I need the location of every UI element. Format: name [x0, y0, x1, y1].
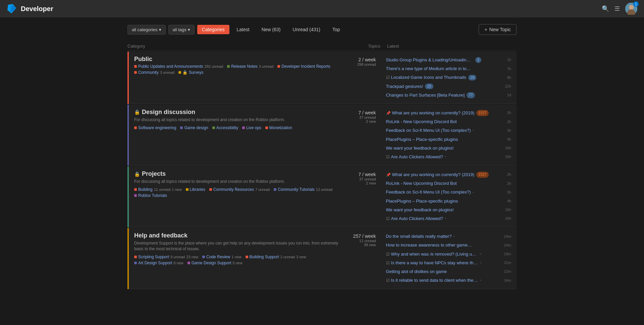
subcategory-link[interactable]: Release Notes — [231, 64, 258, 69]
new-topic-label: New Topic — [489, 27, 511, 32]
topic-link[interactable]: Is there a way to have NPCs stay where t… — [391, 259, 511, 267]
topic-link[interactable]: Changes to Part Surfaces [Beta Feature] … — [386, 92, 511, 99]
topic-title: Localized Game Icons and Thumbnails — [391, 74, 467, 80]
new-topic-button[interactable]: + New Topic — [479, 24, 517, 35]
topic-link[interactable]: Feedback on Sci-fi Menu UI (Too complex?… — [386, 127, 511, 134]
subcategory-link[interactable]: Community Resources — [213, 187, 254, 192]
category-section-projects: 🔒 Projects For discussing all topics rel… — [127, 166, 517, 227]
filter-categories-button[interactable]: all categories ▾ — [127, 25, 166, 35]
topic-link[interactable]: How to increase awareness to other game … — [386, 241, 511, 249]
topic-time: 24m — [504, 234, 511, 239]
topic-link[interactable]: Why and when was /e removed? (Living und… — [391, 251, 511, 258]
topic-link[interactable]: Localized Game Icons and Thumbnails 28 8… — [391, 74, 511, 81]
unread-count: 7 unread — [255, 187, 270, 192]
topic-time: 2h — [507, 119, 511, 124]
category-stats: 2 / week 298 unread — [341, 56, 379, 66]
subcategory-link[interactable]: Game Design Support — [192, 261, 231, 265]
topic-link[interactable]: RoLink - New Upcoming Discord Bot 2h — [386, 180, 511, 187]
tab-top[interactable]: Top — [328, 25, 345, 34]
topic-link[interactable]: We want your feedback on plugins! 16h — [386, 206, 511, 214]
topic-title: Feedback on Sci-fi Menu UI (Too complex?… — [386, 127, 471, 133]
filter-categories-label: all categories — [132, 27, 158, 32]
subcategory-link[interactable]: Scripting Support — [138, 255, 169, 259]
topic-title: Studio Group Plugins & Loading/Unloading… — [386, 57, 473, 63]
svg-point-3 — [629, 5, 634, 10]
topic-link[interactable]: PlacePlugins – Place-specific plugins 4h — [386, 198, 511, 205]
topic-link[interactable]: There's a new type of Medium article in … — [386, 65, 511, 72]
subcategory-link[interactable]: Software engineering — [138, 125, 176, 130]
tab-latest[interactable]: Latest — [232, 25, 254, 34]
subcategory-link[interactable]: Art Design Support — [138, 261, 172, 265]
subcategory-link[interactable]: Code Review — [206, 255, 230, 259]
topic-link[interactable]: Trackpad gestures! 25 22h — [386, 83, 511, 90]
avatar-button[interactable]: 1 — [625, 3, 637, 15]
topic-row: 📌 What are you working on currently? (20… — [386, 170, 511, 179]
topic-link[interactable]: Are Auto Clickers Allowed? • 16h — [391, 153, 511, 161]
unread-count: 11 unread — [154, 187, 171, 192]
topic-time: 18m — [504, 252, 511, 257]
category-link[interactable]: Projects — [142, 170, 166, 177]
col-header-topics: Topics — [341, 44, 380, 49]
topic-time: 4h — [507, 137, 511, 142]
subcategory-link[interactable]: Roblox Tutorials — [138, 193, 167, 198]
category-link[interactable]: Public — [134, 56, 152, 63]
topic-title: There's a new type of Medium article in … — [386, 66, 473, 72]
subcategory-link[interactable]: Community — [138, 70, 159, 75]
menu-icon[interactable]: ☰ — [614, 5, 620, 12]
topic-row: Getting alot of dislikes on game 12m — [386, 267, 511, 276]
topic-link[interactable]: Do the small details really matter? • 24… — [386, 233, 511, 240]
category-link[interactable]: Help and feedback — [134, 232, 187, 239]
subcategory-link[interactable]: Live ops — [246, 125, 261, 130]
subcategory-link[interactable]: Game design — [184, 125, 208, 130]
subcategory-link[interactable]: Accessibility — [216, 125, 238, 130]
category-name: 🔒 Projects — [134, 170, 341, 177]
subcategory-link[interactable]: Libraries — [190, 187, 205, 192]
topic-title: Do the small details really matter? — [386, 233, 452, 239]
tab-categories[interactable]: Categories — [197, 25, 229, 34]
category-link[interactable]: Design discussion — [142, 109, 195, 116]
topic-badge: 3 — [475, 57, 481, 63]
topic-title: Are Auto Clickers Allowed? — [391, 216, 443, 222]
subcategory-item: Roblox Tutorials — [134, 193, 167, 198]
subcategory-link[interactable]: Monetization — [269, 125, 292, 130]
topic-link[interactable]: RoLink - New Upcoming Discord Bot 2h — [386, 118, 511, 125]
subcategory-dot — [277, 65, 280, 68]
subcategory-item: Monetization — [265, 125, 292, 130]
subcategory-link[interactable]: Surveys — [189, 70, 203, 75]
topic-link[interactable]: Are Auto Clickers Allowed? • 16h — [391, 215, 511, 222]
subcategory-link[interactable]: Building Support — [250, 255, 279, 259]
subcategory-dot — [242, 126, 245, 129]
topic-prefix-icon: ☑ — [386, 75, 390, 80]
topic-time: 7h — [507, 66, 511, 71]
topic-link[interactable]: What are you working on currently? (2019… — [392, 109, 511, 117]
category-info: 🔒 Design discussion For discussing all t… — [134, 109, 341, 130]
tab-new[interactable]: New (63) — [257, 25, 285, 34]
filter-tags-button[interactable]: all tags ▾ — [168, 25, 195, 35]
topic-badge: 77 — [467, 92, 475, 98]
topic-link[interactable]: Is it reliable to send data to client wh… — [391, 277, 511, 284]
topic-link[interactable]: PlacePlugins – Place-specific plugins 4h — [386, 136, 511, 143]
topic-row: PlacePlugins – Place-specific plugins 4h — [386, 197, 511, 206]
subcategory-link[interactable]: Developer Incident Reports — [281, 64, 330, 69]
subcategory-dot — [227, 65, 230, 68]
topic-dot: • — [480, 252, 482, 257]
subcategory-link[interactable]: Community Tutorials — [278, 187, 314, 192]
topic-time: 2h — [507, 110, 511, 115]
subcategory-item: Libraries — [186, 187, 205, 192]
topic-link[interactable]: Feedback on Sci-fi Menu UI (Too complex?… — [386, 188, 511, 196]
chevron-down-icon: ▾ — [159, 27, 161, 32]
stat-unread: 11 unread — [341, 239, 376, 243]
topic-link[interactable]: Getting alot of dislikes on game 12m — [386, 268, 511, 275]
topic-row: ☑ Are Auto Clickers Allowed? • 16h — [386, 153, 511, 161]
stat-new: 38 new — [341, 243, 376, 247]
subcategory-item: Code Review 1 new — [202, 255, 241, 259]
topic-link[interactable]: What are you working on currently? (2019… — [392, 171, 511, 178]
col-header-latest: Latest — [380, 44, 517, 49]
subcategory-link[interactable]: Building — [138, 187, 153, 192]
tab-unread[interactable]: Unread (431) — [288, 25, 325, 34]
search-icon[interactable]: 🔍 — [602, 5, 609, 12]
topic-link[interactable]: We want your feedback on plugins! 16h — [386, 145, 511, 152]
subcategory-link[interactable]: Public Updates and Announcements — [138, 64, 203, 69]
stat-new: 2 new — [341, 181, 376, 185]
topic-link[interactable]: Studio Group Plugins & Loading/Unloading… — [386, 56, 511, 64]
